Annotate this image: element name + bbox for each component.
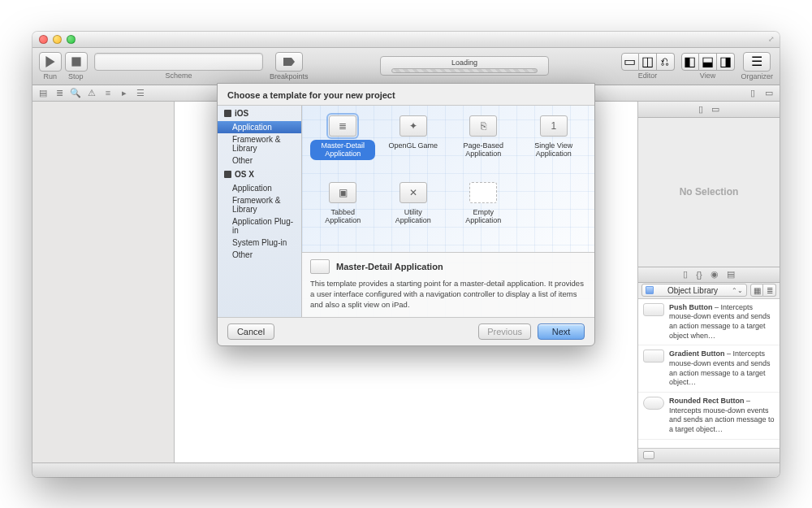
template-single-view-application[interactable]: 1Single View Application (520, 112, 589, 177)
library-item[interactable]: Gradient Button – Intercepts mouse-down … (638, 345, 780, 393)
symbol-navigator-tab[interactable]: ≣ (54, 87, 65, 98)
sidebar-item-other[interactable]: Other (218, 249, 301, 261)
library-footer (638, 448, 780, 462)
template-opengl-game[interactable]: ✦OpenGL Game (379, 112, 448, 177)
project-navigator-tab[interactable]: ▤ (37, 87, 49, 98)
zoom-window-button[interactable] (67, 35, 76, 44)
sidebar-item-framework-library[interactable]: Framework & Library (218, 133, 301, 154)
utilities-panel: ▯ ▭ No Selection ▯ {} ◉ ▤ Object Library… (637, 102, 780, 462)
media-library-icon[interactable]: ▤ (727, 269, 735, 280)
search-navigator-tab[interactable]: 🔍 (70, 87, 81, 98)
sidebar-item-application-plug-in[interactable]: Application Plug-in (218, 215, 301, 237)
library-item-icon (643, 303, 664, 316)
template-main: ≣Master-Detail Application✦OpenGL Game⎘P… (302, 106, 594, 317)
library-item-icon (643, 350, 664, 363)
breakpoints-button[interactable] (275, 52, 303, 72)
library-selector-label: Object Library (667, 286, 718, 295)
template-desc-title: Master-Detail Application (336, 262, 443, 271)
template-empty-application[interactable]: Empty Application (449, 179, 518, 244)
sidebar-item-system-plug-in[interactable]: System Plug-in (218, 237, 301, 249)
organizer-group: ☰ Organizer (741, 52, 774, 80)
sheet-body: iOS ApplicationFramework & LibraryOther … (218, 105, 594, 318)
code-snippet-library-icon[interactable]: {} (696, 270, 702, 280)
library-item-text: Push Button – Intercepts mouse-down even… (669, 303, 775, 341)
empty-template-icon (469, 182, 497, 203)
object-library-list[interactable]: Push Button – Intercepts mouse-down even… (638, 299, 780, 448)
loading-progress (391, 68, 538, 73)
sidebar-item-application[interactable]: Application (218, 182, 301, 194)
quick-help-icon[interactable]: ▭ (711, 104, 719, 115)
template-category-sidebar: iOS ApplicationFramework & LibraryOther … (218, 106, 302, 317)
run-button[interactable] (39, 52, 62, 72)
scheme-selector[interactable] (94, 53, 263, 71)
assistant-editor-button[interactable]: ◫ (639, 53, 657, 71)
toggle-utilities-button[interactable]: ◨ (717, 53, 735, 71)
template-label: Page-Based Application (451, 140, 516, 161)
library-view-toggle[interactable]: ▦ ≣ (750, 284, 776, 297)
breakpoint-navigator-tab[interactable]: ▸ (119, 87, 130, 98)
util-template-icon: ✕ (400, 182, 427, 203)
fullscreen-icon[interactable]: ⤢ (768, 35, 775, 43)
file-inspector-icon[interactable]: ▯ (698, 104, 703, 115)
scheme-group: Scheme (94, 53, 263, 80)
breakpoints-group: Breakpoints (270, 52, 309, 80)
template-desc-text: This template provides a starting point … (310, 279, 586, 310)
titlebar: ⤢ (32, 32, 780, 48)
log-navigator-tab[interactable]: ☰ (135, 87, 146, 98)
single-template-icon: 1 (540, 115, 568, 137)
template-utility-application[interactable]: ✕Utility Application (379, 179, 448, 244)
sidebar-item-framework-library[interactable]: Framework & Library (218, 194, 301, 215)
template-label: Tabbed Application (310, 206, 375, 228)
template-label: Empty Application (451, 206, 516, 228)
template-page-based-application[interactable]: ⎘Page-Based Application (449, 112, 518, 177)
scheme-label: Scheme (165, 72, 192, 80)
svg-rect-1 (71, 57, 80, 66)
sidebar-item-application[interactable]: Application (218, 121, 301, 133)
tab-template-icon: ▣ (329, 182, 356, 203)
library-item-text: Gradient Button – Intercepts mouse-down … (669, 350, 775, 388)
template-label: Master-Detail Application (310, 140, 375, 161)
template-description-panel: Master-Detail Application This template … (302, 252, 594, 316)
template-tabbed-application[interactable]: ▣Tabbed Application (309, 179, 378, 244)
run-stop-group: Run Stop (39, 52, 88, 80)
library-item[interactable]: Rounded Rect Button – Intercepts mouse-d… (638, 393, 780, 440)
close-window-button[interactable] (39, 35, 48, 44)
library-selector[interactable]: Object Library ⌃⌄ (641, 284, 747, 297)
loading-label: Loading (451, 59, 477, 67)
issue-navigator-tab[interactable]: ⚠ (86, 87, 97, 98)
object-library-icon[interactable]: ◉ (710, 269, 719, 280)
library-filter-icon[interactable] (643, 451, 654, 459)
template-label: Utility Application (381, 206, 446, 228)
template-master-detail-application[interactable]: ≣Master-Detail Application (309, 112, 378, 177)
sidebar-item-other[interactable]: Other (218, 154, 301, 167)
minimize-window-button[interactable] (53, 35, 62, 44)
no-selection-label: No Selection (638, 118, 780, 267)
stop-button[interactable] (65, 52, 88, 72)
sheet-footer: Cancel Previous Next (218, 318, 594, 345)
list-view-icon[interactable]: ≣ (763, 284, 776, 297)
sidebar-header-ios: iOS (218, 106, 301, 121)
version-editor-button[interactable]: ⎌ (657, 53, 675, 71)
library-tabs: ▯ {} ◉ ▤ (638, 267, 780, 283)
template-label: Single View Application (521, 140, 586, 161)
svg-marker-2 (283, 58, 295, 66)
new-project-sheet: Choose a template for your new project i… (217, 83, 595, 346)
quick-help-tab[interactable]: ▭ (763, 87, 775, 98)
toggle-debug-button[interactable]: ⬓ (699, 53, 717, 71)
cancel-button[interactable]: Cancel (227, 323, 274, 340)
view-group: ◧ ⬓ ◨ View (681, 53, 735, 80)
next-button[interactable]: Next (538, 323, 585, 340)
previous-button[interactable]: Previous (478, 323, 531, 340)
stop-label: Stop (68, 72, 84, 80)
file-template-library-icon[interactable]: ▯ (683, 269, 688, 280)
editor-group: ▭ ◫ ⎌ Editor (621, 53, 675, 80)
file-inspector-tab[interactable]: ▯ (747, 87, 758, 98)
grid-view-icon[interactable]: ▦ (750, 284, 763, 297)
organizer-button[interactable]: ☰ (743, 52, 771, 72)
library-item[interactable]: Push Button – Intercepts mouse-down even… (638, 299, 780, 346)
standard-editor-button[interactable]: ▭ (621, 53, 639, 71)
page-template-icon: ⎘ (469, 115, 497, 137)
debug-navigator-tab[interactable]: ≡ (102, 87, 114, 98)
list-template-icon: ≣ (329, 115, 356, 137)
toggle-navigator-button[interactable]: ◧ (681, 53, 699, 71)
